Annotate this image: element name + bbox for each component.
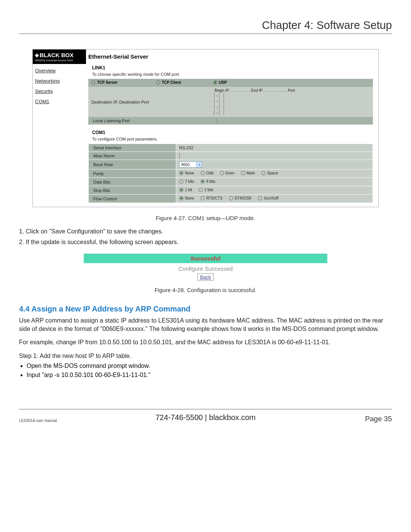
baud-rate-label: Baud Rate (89, 160, 176, 169)
arp-bullet-1: Open the MS-DOS command prompt window. (27, 363, 392, 369)
alias-name-label: Alias Name (89, 152, 176, 160)
chapter-title: Chapter 4: Software Setup (19, 19, 392, 34)
back-button[interactable]: Back (198, 273, 214, 281)
link1-desc: To choose specific working mode for COM … (92, 72, 373, 77)
ip-columns-header: Begin IP . . . . . . . . . . End IP . . … (213, 88, 370, 93)
port-4[interactable] (223, 110, 224, 115)
fc-none-label: None (185, 196, 194, 200)
logo-text: BLACK BOX (40, 52, 73, 58)
link1-heading: LINK1 (92, 65, 373, 70)
port-2[interactable] (223, 99, 224, 104)
arp-step1: Step 1: Add the new host IP to ARP table… (19, 353, 131, 359)
local-listening-port-label: Local Listening Port (88, 117, 210, 125)
footer-center: 724-746-5500 | blackbox.com (19, 413, 392, 422)
figure-27-screenshot: ◈BLACK BOX WINDRy Industrial Access Poin… (32, 49, 379, 207)
stop-bits-label: Stop Bits (89, 186, 176, 195)
success-bar: Successful (84, 254, 327, 263)
nav-networking[interactable]: Networking (35, 78, 86, 84)
data-bits-label: Data Bits (89, 178, 176, 186)
mode-table: TCP Server TCP Client UDP Destination IP… (88, 79, 373, 125)
mode-tcp-server-label: TCP Server (97, 80, 118, 85)
end-ip-2[interactable] (219, 99, 220, 104)
end-ip-4[interactable] (219, 110, 220, 115)
begin-ip-3[interactable] (214, 104, 215, 109)
radio-2bits[interactable] (199, 188, 203, 192)
section-4-4-p2: For example, change IP from 10.0.50.100 … (19, 338, 392, 347)
panel-title: Ethernet-Serial Server (88, 53, 373, 60)
logo-tagline: WINDRy Industrial Access Point (35, 59, 84, 62)
begin-ip-4[interactable] (214, 110, 215, 115)
radio-tcp-client[interactable] (156, 80, 160, 85)
blackbox-logo: ◈BLACK BOX WINDRy Industrial Access Poin… (33, 50, 86, 64)
logo-diamond-icon: ◈ (35, 52, 39, 58)
baud-rate-select[interactable]: 9600 ▾ (179, 161, 202, 168)
arp-bullet-2: Input "arp -s 10.0.50.101 00-60-E9-11-11… (27, 372, 392, 379)
radio-parity-mark[interactable] (241, 171, 245, 175)
fc-rts-label: RTS/CTS (206, 196, 223, 200)
parity-mark-label: Mark (247, 171, 255, 175)
local-listening-port-input[interactable] (216, 118, 217, 123)
step-2-text: 2. If the update is successful, the foll… (19, 238, 392, 246)
fc-xon-label: Xon/Xoff (264, 196, 278, 200)
radio-parity-odd[interactable] (201, 171, 205, 175)
parity-odd-label: Odd (206, 171, 213, 175)
nav-com1[interactable]: COM1 (35, 99, 86, 104)
mode-udp-label: UDP (219, 80, 227, 85)
serial-interface-value: RS-232 (176, 144, 373, 152)
dest-ip-port-label: Destination IP, Destination Port (91, 100, 149, 104)
radio-fc-none[interactable] (179, 196, 183, 200)
radio-8bits[interactable] (201, 179, 205, 184)
port-3[interactable] (223, 104, 224, 109)
nav-overview[interactable]: Overview (35, 68, 86, 73)
parity-label: Parity (89, 169, 176, 178)
databits-7-label: 7 bits (185, 179, 194, 184)
com1-heading: COM1 (92, 130, 373, 135)
footer-left: LES301A user manual (19, 419, 57, 423)
begin-ip-2[interactable] (214, 99, 215, 104)
end-ip-3[interactable] (219, 104, 220, 109)
parity-space-label: Space (267, 171, 278, 175)
databits-8-label: 8 bits (206, 179, 215, 184)
alias-name-input[interactable] (179, 153, 180, 158)
parity-even-label: Even (226, 171, 234, 175)
com1-desc: To configure COM port parameters. (92, 137, 373, 141)
radio-1bit[interactable] (179, 188, 183, 192)
figure-27-caption: Figure 4-27. COM1 setup—UDP mode. (19, 215, 392, 221)
side-nav: Overview Networking Security COM1 (33, 64, 86, 104)
radio-fc-dtr[interactable] (229, 196, 233, 200)
section-4-4-heading: 4.4 Assign a New IP Address by ARP Comma… (19, 305, 392, 313)
chevron-down-icon: ▾ (196, 162, 202, 167)
radio-fc-rts[interactable] (201, 196, 205, 200)
radio-fc-xon[interactable] (258, 196, 262, 200)
end-ip-1[interactable] (219, 93, 220, 98)
figure-28-screenshot: Successful Configure Successed Back (84, 254, 327, 283)
mode-tcp-client-label: TCP Client (162, 80, 181, 85)
page-footer: LES301A user manual 724-746-5500 | black… (19, 409, 392, 422)
section-4-4-p1: Use ARP command to assign a static IP ad… (19, 316, 392, 333)
radio-tcp-server[interactable] (91, 80, 96, 85)
baud-rate-value: 9600 (181, 163, 190, 167)
serial-interface-label: Serial Interface (89, 144, 176, 152)
radio-udp[interactable] (213, 80, 217, 85)
flow-control-label: Flow Control (89, 195, 176, 203)
begin-ip-1[interactable] (214, 93, 215, 98)
radio-parity-none[interactable] (179, 171, 183, 175)
step-1-text: 1. Click on "Save Configuration" to save… (19, 227, 392, 236)
footer-right: Page 35 (365, 415, 392, 423)
com1-config-table: Serial Interface RS-232 Alias Name Baud … (88, 144, 373, 203)
stopbits-1-label: 1 bit (185, 188, 192, 192)
nav-security[interactable]: Security (35, 88, 86, 94)
success-message: Configure Successed (86, 265, 325, 272)
radio-parity-even[interactable] (220, 171, 224, 175)
radio-7bits[interactable] (179, 179, 183, 184)
fc-dtr-label: DTR/DSR (235, 196, 252, 200)
stopbits-2-label: 2 bits (204, 188, 213, 192)
parity-none-label: None (185, 171, 194, 175)
figure-28-caption: Figure 4-28. Configuration is successful… (19, 287, 392, 293)
radio-parity-space[interactable] (261, 171, 266, 175)
port-1[interactable] (223, 93, 224, 98)
